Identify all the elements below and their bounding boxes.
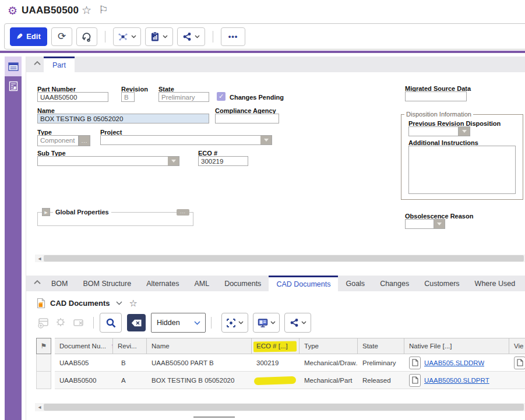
cell-state: Released [358, 372, 404, 389]
view-sidebar [5, 57, 22, 420]
previous-revision-disposition-dropdown-arrow[interactable] [459, 126, 470, 136]
target-icon [226, 318, 236, 328]
form-horizontal-scrollbar[interactable]: ◂ [35, 255, 525, 262]
obsolescence-reason-field[interactable] [405, 219, 434, 229]
project-dropdown-arrow[interactable] [260, 135, 272, 145]
resize-gripper[interactable] [193, 417, 235, 418]
sub-type-dropdown-arrow[interactable] [168, 156, 179, 166]
file-icon[interactable] [409, 374, 421, 387]
type-field[interactable]: Component [37, 135, 79, 146]
tab-bom[interactable]: BOM [44, 276, 75, 291]
focus-item-button[interactable] [221, 313, 248, 333]
tab-material[interactable]: Material [523, 276, 525, 291]
column-header-state[interactable]: State [358, 338, 404, 354]
favorite-star-icon[interactable]: ☆ [129, 298, 138, 309]
favorite-star-icon[interactable]: ☆ [82, 3, 91, 17]
column-header-viewable-file[interactable]: Vie [509, 338, 525, 354]
relationship-tab-strip: BOM BOM Structure Alternates AML Documen… [26, 276, 525, 291]
edit-button[interactable]: ✎ Edit [10, 27, 47, 46]
more-actions-button[interactable]: ••• [221, 27, 245, 46]
global-properties-expand-button[interactable]: ▶ [42, 208, 50, 216]
page-title: UAAB50500 [22, 5, 79, 16]
row-selector-cell[interactable] [36, 354, 51, 372]
cell-document-number[interactable]: UAAB50500 [55, 372, 113, 389]
global-properties-more-button[interactable]: ... [177, 209, 189, 216]
native-file-link[interactable]: UAAB505.SLDDRW [424, 359, 484, 366]
application-window: ⚙ UAAB50500 ☆ ⚐ ✎ Edit ⟳ ••• [0, 0, 525, 420]
share-button[interactable] [177, 27, 205, 46]
share-grid-button[interactable] [284, 313, 311, 333]
search-mode-select[interactable]: Hidden [151, 313, 206, 333]
tab-cad-documents[interactable]: CAD Documents [269, 276, 338, 291]
changes-pending-label: Changes Pending [230, 94, 284, 101]
column-header-document-number[interactable]: Document Nu...↑ [55, 338, 113, 354]
sidebar-item-document-view[interactable] [5, 76, 22, 96]
share-icon [182, 32, 192, 41]
part-number-field[interactable]: UAAB50500 [37, 92, 108, 102]
migrated-source-data-field[interactable] [405, 91, 467, 101]
tab-goals[interactable]: Goals [338, 276, 372, 291]
tab-alternates[interactable]: Alternates [139, 276, 186, 291]
scroll-left-arrow[interactable]: ◂ [36, 403, 43, 411]
tab-changes[interactable]: Changes [372, 276, 417, 291]
chevron-down-icon [163, 35, 168, 38]
type-picker-button[interactable]: ... [79, 135, 90, 146]
column-header-eco[interactable]: ECO # [...] [252, 338, 300, 354]
restore-version-button[interactable] [76, 27, 97, 46]
display-options-button[interactable] [253, 313, 280, 333]
flag-solid-icon: ⚑ [41, 342, 47, 350]
row-selector-cell[interactable] [36, 372, 51, 389]
chevron-down-icon [270, 321, 276, 324]
compliance-agency-field[interactable] [215, 114, 279, 123]
column-header-name[interactable]: Name [147, 338, 252, 354]
pencil-icon: ✎ [16, 32, 23, 41]
search-button[interactable] [100, 313, 122, 333]
chevron-down-icon[interactable] [116, 301, 122, 305]
cell-revision: A [113, 372, 147, 389]
column-header-revision[interactable]: Revi... [113, 338, 147, 354]
cell-state: Preliminary [358, 354, 404, 372]
grid-row-1[interactable]: UAAB505 B UAAB50500 PART B 300219 Mechan… [36, 354, 525, 372]
flag-column-header[interactable]: ⚑ [36, 338, 51, 354]
cell-document-number[interactable]: UAAB505 [55, 354, 113, 372]
sub-type-field[interactable] [37, 156, 168, 166]
cad-documents-title: CAD Documents [50, 299, 110, 308]
changes-pending-checkbox[interactable]: ✓ [217, 92, 225, 101]
scrollbar-thumb[interactable] [44, 404, 524, 411]
tab-customers[interactable]: Customers [417, 276, 467, 291]
name-field[interactable]: BOX TESTING B 05052020 [37, 114, 209, 123]
eco-field[interactable]: 300219 [198, 156, 248, 166]
follow-flag-icon[interactable]: ⚐ [98, 3, 108, 16]
sidebar-item-form-view[interactable] [5, 57, 22, 76]
previous-revision-disposition-field[interactable] [408, 126, 459, 136]
additional-instructions-textarea[interactable] [408, 146, 516, 194]
tab-bom-structure[interactable]: BOM Structure [75, 276, 139, 291]
grid-row-2[interactable]: UAAB50500 A BOX TESTING B 05052020 Mecha… [36, 372, 525, 389]
main-toolbar: ✎ Edit ⟳ ••• [4, 23, 525, 50]
scrollbar-thumb[interactable] [44, 255, 524, 262]
column-header-native-file[interactable]: Native File [...] [404, 338, 509, 354]
file-icon[interactable] [514, 357, 525, 369]
collapse-panel-icon[interactable] [33, 61, 41, 66]
file-icon[interactable] [409, 357, 421, 369]
reports-button[interactable] [145, 27, 173, 46]
chevron-down-icon [131, 35, 136, 38]
obsolescence-reason-dropdown-arrow[interactable] [434, 219, 445, 229]
refresh-button[interactable]: ⟳ [51, 27, 72, 46]
tab-part[interactable]: Part [44, 57, 75, 72]
collapse-panel-icon[interactable] [33, 280, 41, 285]
tab-where-used[interactable]: Where Used [467, 276, 523, 291]
yellow-highlight-annotation [254, 376, 296, 386]
column-header-type[interactable]: Type [300, 338, 358, 354]
grid-horizontal-scrollbar[interactable]: ◂ [35, 403, 525, 411]
form-tab-strip: Part [26, 57, 525, 72]
search-mode-value: Hidden [157, 319, 180, 327]
project-field[interactable] [100, 135, 261, 145]
native-file-link[interactable]: UAAB50500.SLDPRT [424, 377, 489, 384]
graph-navigation-button[interactable] [113, 27, 141, 46]
clear-search-button[interactable] [127, 314, 146, 331]
tab-aml[interactable]: AML [186, 276, 217, 291]
tab-documents[interactable]: Documents [217, 276, 269, 291]
scroll-left-arrow[interactable]: ◂ [36, 255, 43, 262]
cell-name: BOX TESTING B 05052020 [147, 372, 252, 389]
